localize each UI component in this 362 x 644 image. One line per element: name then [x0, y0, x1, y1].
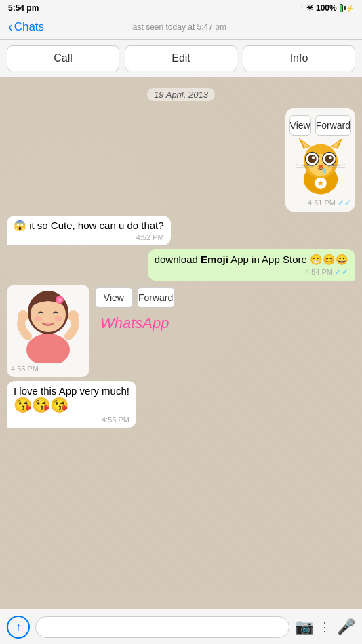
girl-sticker-image	[11, 289, 85, 363]
message-time: 4:52 PM	[14, 233, 164, 241]
view-button[interactable]: View	[95, 287, 133, 308]
more-options-icon[interactable]: ⋮	[319, 620, 331, 635]
emoji-kisses: 😘😘😘	[14, 397, 68, 414]
info-button[interactable]: Info	[243, 45, 355, 71]
read-ticks: ✓✓	[338, 198, 351, 207]
back-button[interactable]: ‹ Chats	[8, 20, 44, 34]
message-time: 4:55 PM	[11, 365, 39, 373]
nav-bar: ‹ Chats last seen today at 5:47 pm	[0, 16, 362, 40]
message-text: I love this App very much!😘😘😘	[14, 385, 129, 414]
forward-button[interactable]: Forward	[315, 115, 351, 136]
battery-percent: 100%	[316, 3, 337, 13]
edit-button[interactable]: Edit	[125, 45, 237, 71]
svg-point-27	[68, 310, 79, 321]
call-button[interactable]: Call	[7, 45, 119, 71]
svg-point-26	[18, 310, 28, 321]
view-forward-buttons: View Forward	[95, 287, 175, 308]
whatsapp-logo-text: WhatsApp	[95, 312, 175, 335]
camera-icon[interactable]: 📷	[295, 618, 313, 636]
message-bubble-incoming: 😱 it so Cute, how can u do that? 4:52 PM	[7, 216, 171, 245]
back-arrow-icon: ‹	[8, 20, 13, 33]
message-row: 😱 it so Cute, how can u do that? 4:52 PM	[7, 216, 355, 245]
svg-point-9	[308, 155, 317, 163]
message-input[interactable]	[35, 616, 289, 638]
action-buttons-row: Call Edit Info	[0, 40, 362, 77]
message-bubble-incoming: I love this App very much!😘😘😘 4:55 PM	[7, 381, 136, 428]
svg-point-29	[58, 298, 62, 302]
message-bubble-outgoing: download Emoji App in App Store 😁😊😀 4:54…	[148, 249, 355, 281]
sticker-actions: View Forward WhatsApp	[95, 285, 175, 335]
svg-point-20	[323, 168, 326, 174]
bluetooth-icon: ✳	[306, 3, 313, 13]
message-time: 4:55 PM	[14, 416, 129, 424]
nav-subtitle: last seen today at 5:47 pm	[44, 22, 313, 32]
message-row: View Forward	[7, 108, 355, 212]
message-row: 4:55 PM View Forward WhatsApp	[7, 285, 355, 377]
svg-text:★: ★	[317, 179, 324, 187]
send-up-button[interactable]: ↑	[7, 616, 30, 639]
forward-button[interactable]: Forward	[137, 287, 175, 308]
svg-point-10	[325, 155, 334, 163]
svg-point-12	[329, 156, 332, 159]
status-right: ↑ ✳ 100% ⚡	[300, 3, 354, 13]
microphone-icon[interactable]: 🎤	[337, 618, 355, 636]
input-bar: ↑ 📷 ⋮ 🎤	[0, 609, 362, 644]
back-label: Chats	[14, 20, 44, 34]
date-badge: 19 April, 2013	[7, 88, 355, 100]
status-time: 5:54 pm	[8, 3, 62, 13]
svg-point-13	[318, 165, 323, 168]
sticker-bubble-incoming: 4:55 PM	[7, 285, 89, 377]
message-time: 4:54 PM ✓✓	[155, 267, 348, 277]
svg-point-23	[34, 316, 42, 321]
view-button[interactable]: View	[289, 115, 311, 136]
cat-sticker-image: ★	[290, 136, 351, 197]
message-text: 😱 it so Cute, how can u do that?	[14, 220, 164, 232]
svg-point-11	[312, 156, 315, 159]
charging-icon: ⚡	[346, 5, 354, 12]
view-forward-buttons: View Forward	[289, 115, 351, 136]
read-ticks: ✓✓	[335, 267, 348, 277]
svg-point-24	[54, 316, 62, 321]
message-text: download Emoji App in App Store 😁😊😀	[155, 254, 348, 266]
location-icon: ↑	[300, 3, 304, 13]
message-time: 4:51 PM ✓✓	[308, 198, 351, 207]
message-row: download Emoji App in App Store 😁😊😀 4:54…	[7, 249, 355, 281]
message-row: I love this App very much!😘😘😘 4:55 PM	[7, 381, 355, 428]
status-bar: 5:54 pm ↑ ✳ 100% ⚡	[0, 0, 362, 16]
chat-area: 19 April, 2013 View Forward	[0, 77, 362, 592]
battery-icon	[340, 4, 343, 12]
svg-point-25	[26, 334, 70, 363]
sticker-bubble-outgoing: View Forward	[285, 108, 355, 212]
